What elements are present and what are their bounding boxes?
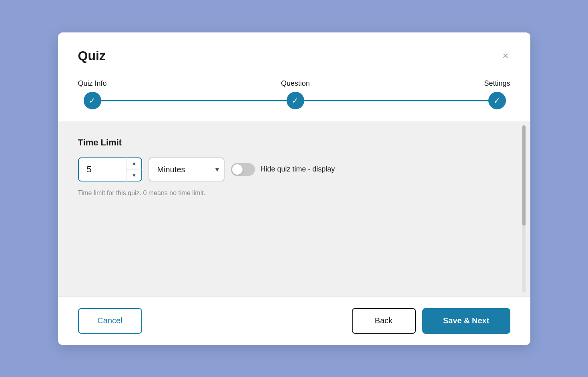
spin-down-button[interactable]: ▼ [126,169,142,181]
save-next-button[interactable]: Save & Next [422,308,510,334]
close-button[interactable]: × [501,49,510,62]
toggle-wrapper: Hide quiz time - display [231,163,335,176]
modal-footer: Cancel Back Save & Next [58,296,530,345]
toggle-knob [232,164,243,175]
time-value-wrapper: ▲ ▼ [78,157,142,181]
modal-title: Quiz [78,48,106,63]
section-title: Time Limit [78,137,510,148]
spin-up-button[interactable]: ▲ [126,157,142,170]
controls-row: ▲ ▼ Minutes Seconds Hours ▾ [78,157,510,181]
step-quiz-info-label: Quiz Info [78,79,107,88]
step-settings-circle: ✓ [488,92,506,109]
back-button[interactable]: Back [352,308,416,334]
hide-time-toggle[interactable] [231,163,255,176]
time-unit-wrapper: Minutes Seconds Hours ▾ [149,157,225,181]
check-icon-3: ✓ [494,96,500,105]
cancel-button[interactable]: Cancel [78,308,142,334]
step-question-label: Question [281,79,310,88]
modal-overlay: Quiz × Quiz Info ✓ Question [0,0,588,377]
step-settings-label: Settings [484,79,510,88]
scrollbar-track[interactable] [522,125,526,292]
spin-buttons: ▲ ▼ [126,157,142,181]
check-icon-2: ✓ [292,96,299,105]
step-settings: Settings ✓ [484,79,510,109]
close-icon: × [502,50,508,61]
step-quiz-info: Quiz Info ✓ [78,79,107,109]
hint-text: Time limit for this quiz. 0 means no tim… [78,190,510,197]
stepper: Quiz Info ✓ Question ✓ Settings [78,79,510,109]
step-question: Question ✓ [281,79,310,109]
time-unit-select[interactable]: Minutes Seconds Hours [149,157,225,181]
step-quiz-info-circle: ✓ [84,92,101,109]
modal-content: Time Limit ▲ ▼ Minutes Seconds Hours [58,121,530,296]
stepper-section: Quiz Info ✓ Question ✓ Settings [58,75,530,121]
footer-right: Back Save & Next [352,308,510,334]
step-question-circle: ✓ [287,92,304,109]
modal-header: Quiz × [58,32,530,75]
check-icon-1: ✓ [89,96,96,105]
quiz-modal: Quiz × Quiz Info ✓ Question [58,32,530,345]
toggle-label: Hide quiz time - display [261,165,335,173]
stepper-steps: Quiz Info ✓ Question ✓ Settings [78,79,510,109]
scrollbar-thumb [522,125,526,226]
